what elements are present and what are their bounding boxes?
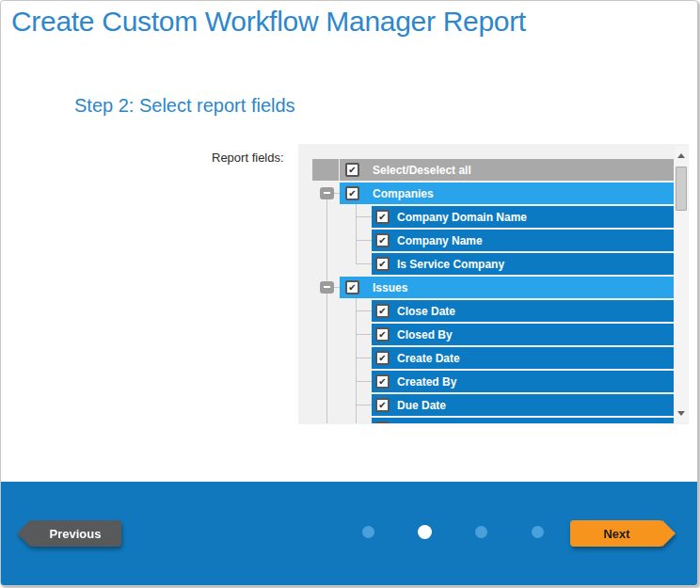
tree-row[interactable]: ✔Issue Name — [372, 418, 674, 423]
row-label: Issues — [373, 281, 407, 294]
row-checkbox[interactable]: ✔ — [375, 421, 390, 423]
tree-connector-line — [356, 263, 372, 264]
report-fields-label: Report fields: — [212, 151, 284, 165]
tree-row[interactable]: ✔Closed By — [372, 324, 674, 345]
row-label: Companies — [373, 187, 434, 200]
row-checkbox[interactable]: ✔ — [375, 374, 390, 389]
tree-row[interactable]: ✔Due Date — [372, 394, 674, 416]
screen: Create Custom Workflow Manager Report St… — [0, 0, 700, 588]
arrow-left-icon — [17, 520, 30, 547]
wizard-footer-bar: Previous Next — [1, 482, 697, 585]
page-title: Create Custom Workflow Manager Report — [11, 6, 526, 38]
row-label: Issue Name — [397, 422, 460, 424]
row-label: Company Name — [397, 234, 483, 247]
tree-connector-line — [356, 381, 372, 382]
checkmark-icon: ✔ — [348, 283, 356, 293]
step-dot[interactable] — [532, 526, 544, 538]
scroll-up-button[interactable] — [675, 150, 688, 161]
scroll-up-icon — [677, 153, 685, 158]
scroll-down-button[interactable] — [675, 407, 688, 419]
checkmark-icon: ✔ — [378, 377, 386, 387]
checkmark-icon: ✔ — [378, 401, 386, 410]
tree-connector-line — [356, 310, 372, 311]
step-heading: Step 2: Select report fields — [74, 95, 295, 117]
row-checkbox[interactable]: ✔ — [375, 351, 390, 365]
checkmark-icon: ✔ — [378, 330, 386, 340]
checkmark-icon: ✔ — [378, 260, 386, 269]
previous-button-label: Previous — [29, 520, 121, 547]
tree-connector-line — [356, 334, 372, 335]
row-label: Company Domain Name — [397, 211, 527, 224]
arrow-right-icon — [662, 520, 676, 547]
tree-header-bar[interactable]: ✔ Select/Deselect all — [340, 159, 674, 181]
tree-header-corner-cell — [312, 159, 339, 181]
report-fields-list[interactable]: ✔ Select/Deselect all ✔Companies✔Company… — [298, 144, 689, 424]
tree-connector-line — [326, 193, 327, 423]
row-checkbox[interactable]: ✔ — [375, 233, 390, 247]
previous-button[interactable]: Previous — [17, 520, 121, 547]
row-label: Is Service Company — [397, 258, 504, 271]
row-label: Created By — [397, 375, 456, 389]
step-dot[interactable] — [475, 526, 487, 538]
checkmark-icon: ✔ — [348, 189, 356, 199]
tree-connector-line — [356, 216, 372, 217]
collapse-button[interactable] — [320, 281, 334, 294]
step-dot[interactable] — [362, 526, 374, 538]
tree-connector-line — [356, 405, 372, 405]
step-dot-active[interactable] — [418, 525, 432, 539]
collapse-button[interactable] — [320, 187, 334, 199]
row-label: Close Date — [397, 305, 455, 318]
tree-row[interactable]: ✔Company Name — [372, 230, 674, 251]
scroll-thumb[interactable] — [676, 167, 687, 211]
checkmark-icon: ✔ — [378, 236, 386, 246]
step-indicator — [349, 482, 556, 585]
checkmark-icon: ✔ — [378, 354, 386, 363]
tree-row[interactable]: ✔Issues — [340, 277, 674, 298]
row-checkbox[interactable]: ✔ — [345, 186, 359, 200]
row-label: Due Date — [397, 399, 446, 412]
select-all-checkbox[interactable]: ✔ — [345, 163, 359, 177]
row-checkbox[interactable]: ✔ — [375, 327, 390, 342]
checkmark-icon: ✔ — [378, 213, 386, 222]
checkmark-icon: ✔ — [378, 307, 386, 316]
tree-row[interactable]: ✔Is Service Company — [372, 253, 674, 275]
next-button-label: Next — [570, 520, 663, 547]
tree-connector-line — [356, 358, 372, 358]
scroll-down-icon — [677, 411, 685, 416]
tree-viewport: ✔ Select/Deselect all ✔Companies✔Company… — [312, 159, 674, 423]
tree-row[interactable]: ✔Company Domain Name — [372, 206, 674, 228]
row-checkbox[interactable]: ✔ — [375, 257, 390, 271]
tree-connector-line — [356, 240, 372, 241]
tree-row[interactable]: ✔Created By — [372, 371, 674, 392]
tree-row[interactable]: ✔Close Date — [372, 300, 674, 322]
tree-connector-line — [356, 204, 357, 264]
row-checkbox[interactable]: ✔ — [375, 398, 390, 412]
scrollbar[interactable] — [675, 146, 688, 422]
row-checkbox[interactable]: ✔ — [345, 280, 359, 294]
select-all-label: Select/Deselect all — [373, 164, 471, 177]
row-checkbox[interactable]: ✔ — [375, 210, 390, 224]
tree-row[interactable]: ✔Create Date — [372, 347, 674, 369]
tree-row[interactable]: ✔Companies — [340, 183, 674, 204]
checkmark-icon: ✔ — [348, 166, 356, 175]
next-button[interactable]: Next — [570, 520, 676, 547]
row-label: Create Date — [397, 352, 460, 365]
row-label: Closed By — [397, 328, 453, 342]
row-checkbox[interactable]: ✔ — [375, 304, 390, 318]
wizard-window: Create Custom Workflow Manager Report St… — [0, 0, 698, 586]
